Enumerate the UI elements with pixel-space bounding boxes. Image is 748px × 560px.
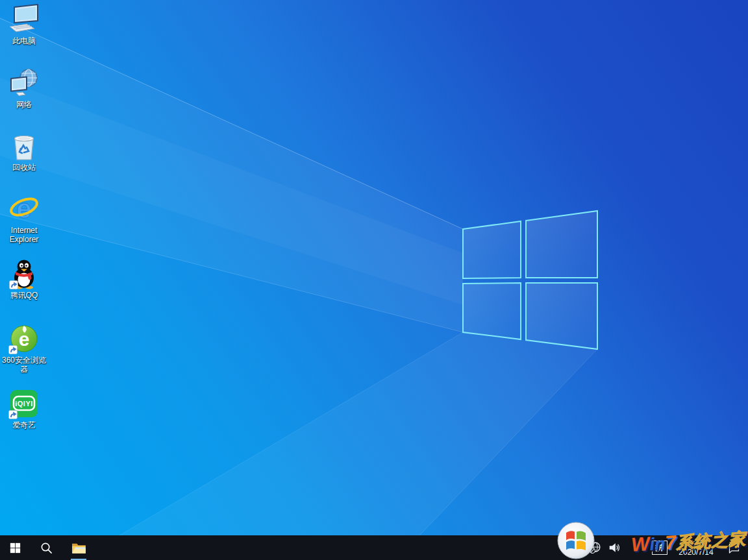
desktop-icon-label: Internet Explorer	[1, 226, 47, 244]
volume-icon	[608, 541, 621, 554]
360-browser-icon: e	[8, 323, 40, 354]
desktop-icon-label: 360安全浏览器	[1, 356, 47, 374]
taskbar: 拼 7:48 2020/7/14	[0, 535, 748, 560]
file-explorer-button[interactable]	[64, 535, 94, 560]
desktop-icon-tencent-qq[interactable]: 腾讯QQ	[1, 258, 47, 300]
ime-indicator[interactable]: 拼	[652, 541, 667, 555]
desktop-icon-internet-explorer[interactable]: e Internet Explorer	[1, 193, 47, 244]
start-button[interactable]	[0, 535, 30, 560]
desktop: 此电脑 网络 回收站 e	[0, 0, 748, 560]
recycle-bin-icon	[8, 130, 40, 162]
shortcut-arrow-icon	[9, 346, 18, 354]
file-explorer-icon	[71, 540, 87, 556]
internet-explorer-icon: e	[8, 193, 40, 225]
windows-start-icon	[10, 542, 21, 554]
iqiyi-icon: iQIYI	[8, 388, 40, 419]
search-icon	[40, 542, 53, 554]
desktop-icon-iqiyi[interactable]: iQIYI 爱奇艺	[1, 388, 47, 430]
svg-text:e: e	[19, 328, 30, 350]
clock-date: 2020/7/14	[670, 548, 722, 557]
desktop-icon-recycle-bin[interactable]: 回收站	[1, 130, 47, 172]
network-icon	[8, 67, 40, 99]
network-no-internet-icon	[589, 541, 602, 554]
desktop-icon-network[interactable]: 网络	[1, 67, 47, 109]
desktop-icon-label: 网络	[1, 100, 47, 109]
desktop-icon-label: 此电脑	[1, 36, 47, 45]
wallpaper-image	[0, 0, 748, 560]
desktop-icon-label: 爱奇艺	[1, 420, 47, 430]
svg-text:iQIYI: iQIYI	[15, 400, 33, 408]
volume-button[interactable]	[605, 535, 623, 560]
system-tray: 拼 7:48 2020/7/14	[586, 535, 748, 560]
desktop-icon-360-browser[interactable]: e 360安全浏览器	[1, 323, 47, 374]
desktop-icon-label: 回收站	[1, 163, 47, 172]
action-center-button[interactable]	[722, 535, 745, 560]
clock-time: 7:48	[670, 539, 722, 548]
action-center-icon	[727, 541, 741, 555]
network-status-button[interactable]	[586, 535, 605, 560]
shortcut-arrow-icon	[9, 411, 18, 419]
shortcut-arrow-icon	[9, 280, 18, 289]
desktop-icon-this-pc[interactable]: 此电脑	[1, 4, 47, 45]
taskbar-clock[interactable]: 7:48 2020/7/14	[670, 535, 722, 560]
search-button[interactable]	[31, 535, 61, 560]
this-pc-icon	[8, 4, 40, 35]
desktop-icon-label: 腾讯QQ	[1, 291, 47, 300]
